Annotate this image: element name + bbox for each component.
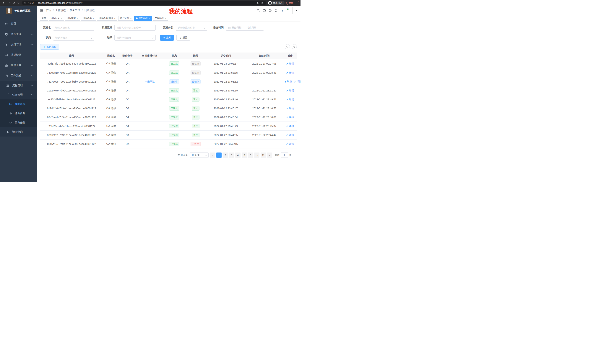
sidebar-item-1[interactable]: 系统管理 bbox=[0, 29, 37, 39]
url-bar[interactable]: 不安全 dashboard.yudao.iocoder.cn/bpm/task/… bbox=[22, 1, 266, 5]
result-select[interactable] bbox=[114, 35, 156, 41]
active-tab-dot bbox=[136, 18, 138, 19]
detail-link[interactable]: 详情 bbox=[294, 80, 300, 83]
tab-6[interactable]: 我的流程× bbox=[134, 16, 152, 21]
date-start-placeholder[interactable]: 开始日期 bbox=[232, 26, 241, 29]
cell-submit-time: 2022-01-22 23:46:47 bbox=[206, 107, 245, 110]
date-end-placeholder[interactable]: 结束日期 bbox=[247, 26, 256, 29]
close-icon[interactable]: × bbox=[130, 17, 131, 19]
sidebar-item-6[interactable]: 流程管理 bbox=[0, 81, 37, 90]
tab-2[interactable]: 流程模型× bbox=[65, 16, 80, 21]
sidebar-item-5[interactable]: 工作流程 bbox=[0, 70, 37, 81]
sidebar-item-7[interactable]: 任务管理 bbox=[0, 90, 37, 99]
date-range-picker[interactable]: 开始日期 - 结束日期 bbox=[226, 25, 264, 31]
font-size-icon[interactable]: TT bbox=[280, 9, 283, 12]
status-select[interactable] bbox=[53, 35, 94, 41]
sidebar-collapse-icon[interactable] bbox=[40, 9, 43, 12]
result-badge: 通过 bbox=[192, 115, 200, 119]
next-page-button[interactable]: › bbox=[267, 153, 272, 158]
fullscreen-icon[interactable] bbox=[274, 9, 278, 12]
page-button-2[interactable]: 2 bbox=[223, 153, 228, 158]
avatar[interactable] bbox=[286, 7, 293, 14]
create-process-button[interactable]: ＋ 发起流程 bbox=[40, 44, 59, 49]
page-button-5[interactable]: 5 bbox=[242, 153, 247, 158]
chevron-down-icon bbox=[152, 37, 154, 38]
goto-page-input[interactable] bbox=[281, 153, 288, 158]
process-def-input[interactable] bbox=[114, 25, 156, 31]
detail-link[interactable]: 详情 bbox=[286, 62, 294, 65]
cell-result: 不通过 bbox=[185, 142, 206, 146]
breadcrumb-item[interactable]: 任务管理 bbox=[70, 9, 80, 12]
breadcrumb-item[interactable]: 首页 bbox=[46, 9, 51, 12]
page-button-6[interactable]: 6 bbox=[248, 153, 253, 158]
detail-link[interactable]: 详情 bbox=[286, 142, 294, 146]
detail-link[interactable]: 详情 bbox=[286, 71, 294, 74]
refresh-table-button[interactable] bbox=[291, 44, 297, 49]
detail-link[interactable]: 详情 bbox=[286, 98, 294, 101]
home-icon[interactable] bbox=[16, 0, 21, 5]
help-icon[interactable] bbox=[269, 9, 272, 12]
sidebar-item-2[interactable]: 支付管理 bbox=[0, 39, 37, 50]
sidebar-item-11[interactable]: 请假查询 bbox=[0, 127, 37, 136]
chrome-update-button[interactable]: 更新 ⋮ bbox=[286, 1, 299, 5]
detail-link[interactable]: 详情 bbox=[286, 125, 294, 128]
sidebar-item-9[interactable]: 待办任务 bbox=[0, 109, 37, 118]
detail-link[interactable]: 详情 bbox=[286, 133, 294, 137]
incognito-badge: 无痕模式 bbox=[268, 1, 285, 5]
reload-icon[interactable] bbox=[11, 0, 16, 5]
close-icon[interactable]: × bbox=[149, 17, 150, 19]
bookmark-star-icon[interactable] bbox=[260, 2, 264, 4]
show-search-toggle-button[interactable] bbox=[285, 44, 290, 49]
breadcrumb: 首页/工作流程/任务管理/我的流程 bbox=[46, 9, 95, 12]
prev-page-button[interactable]: ‹ bbox=[210, 153, 215, 158]
process-name-input[interactable] bbox=[53, 25, 94, 31]
security-warning[interactable]: 不安全 bbox=[24, 1, 34, 4]
sidebar-item-8[interactable]: 我的流程 bbox=[0, 99, 37, 109]
page-button-3[interactable]: 3 bbox=[229, 153, 234, 158]
tab-3[interactable]: 流程表单× bbox=[81, 16, 96, 21]
close-icon[interactable]: × bbox=[93, 17, 94, 19]
cell-end-time: 2022-01-22 23:46:09 bbox=[245, 116, 283, 119]
close-icon[interactable]: × bbox=[77, 17, 78, 19]
sidebar-item-4[interactable]: 研发工具 bbox=[0, 60, 37, 70]
pager-more-button[interactable]: ··· bbox=[254, 153, 260, 158]
detail-link[interactable]: 详情 bbox=[286, 115, 294, 119]
cell-status: 已完成 bbox=[164, 88, 185, 93]
cell-status: 已完成 bbox=[164, 115, 185, 119]
detail-link[interactable]: 详情 bbox=[286, 107, 294, 110]
password-key-icon[interactable] bbox=[256, 2, 260, 4]
sidebar-item-0[interactable]: 首页 bbox=[0, 19, 37, 29]
close-icon[interactable]: × bbox=[61, 17, 62, 19]
tab-4[interactable]: 流程表单-编辑× bbox=[97, 16, 117, 21]
sidebar-item-10[interactable]: 已办任务 bbox=[0, 118, 37, 127]
sidebar-item-label: 研发工具 bbox=[11, 64, 21, 67]
table-row: 52ffd28e-7b9a-11ec-a290-acde48001122OA 请… bbox=[40, 122, 297, 130]
tab-1[interactable]: 流程定义× bbox=[49, 16, 64, 21]
page-button-11[interactable]: 11 bbox=[260, 153, 266, 158]
github-icon[interactable] bbox=[263, 9, 266, 12]
cell-operations: 详情 bbox=[283, 62, 297, 65]
tab-7[interactable]: 发起流程× bbox=[153, 16, 168, 21]
tab-0[interactable]: 首页 bbox=[40, 16, 48, 21]
breadcrumb-item[interactable]: 工作流程 bbox=[55, 9, 66, 12]
category-select[interactable] bbox=[176, 25, 207, 31]
current-task-link[interactable]: 一级审批 bbox=[145, 80, 155, 83]
cancel-link[interactable]: 取消 bbox=[284, 80, 292, 83]
sidebar-item-3[interactable]: 基础设施 bbox=[0, 50, 37, 60]
app-logo[interactable]: 芋道管理系统 bbox=[0, 6, 37, 16]
close-icon[interactable]: × bbox=[114, 17, 115, 19]
avatar-caret-icon[interactable] bbox=[296, 10, 298, 11]
detail-link[interactable]: 详情 bbox=[286, 89, 294, 92]
reset-button[interactable]: 重置 bbox=[176, 35, 190, 41]
tab-5[interactable]: 用户分组× bbox=[118, 16, 133, 21]
forward-icon[interactable] bbox=[6, 0, 11, 5]
search-button[interactable]: 搜索 bbox=[160, 35, 174, 41]
back-icon[interactable] bbox=[1, 0, 6, 5]
page-button-4[interactable]: 4 bbox=[235, 153, 240, 158]
page-size-select[interactable]: 10条/页 bbox=[190, 153, 209, 158]
cell-category: OA bbox=[119, 89, 136, 92]
search-icon[interactable] bbox=[257, 9, 260, 12]
page-button-1[interactable]: 1 bbox=[216, 153, 221, 158]
chrome-menu-icon[interactable]: ⋮ bbox=[295, 1, 297, 4]
close-icon[interactable]: × bbox=[165, 17, 166, 19]
